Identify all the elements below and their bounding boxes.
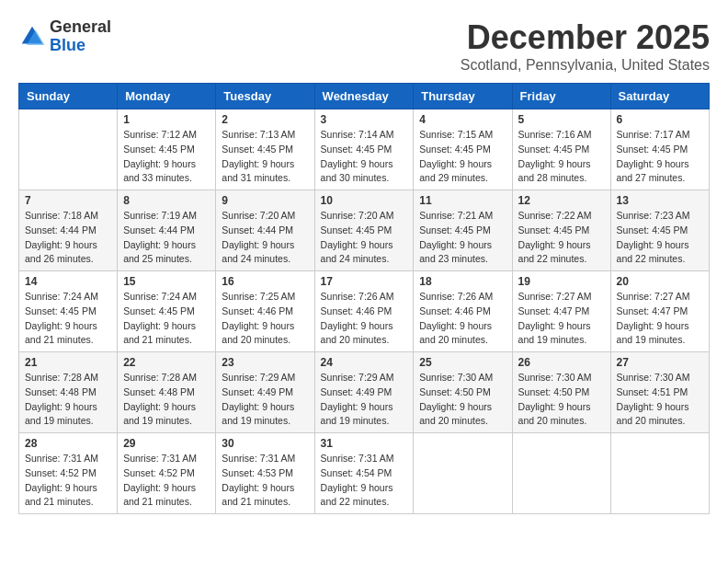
day-info: Sunrise: 7:22 AMSunset: 4:45 PMDaylight:… <box>518 209 605 267</box>
sunrise-text: Sunrise: 7:21 AM <box>419 209 506 224</box>
day-number: 3 <box>321 113 408 126</box>
calendar-week-row: 28Sunrise: 7:31 AMSunset: 4:52 PMDayligh… <box>19 433 710 514</box>
calendar-table: SundayMondayTuesdayWednesdayThursdayFrid… <box>18 83 710 514</box>
day-info: Sunrise: 7:12 AMSunset: 4:45 PMDaylight:… <box>123 128 210 186</box>
day-number: 23 <box>222 356 308 369</box>
daylight-text: Daylight: 9 hours and 19 minutes. <box>518 319 605 349</box>
calendar-day-cell: 5Sunrise: 7:16 AMSunset: 4:45 PMDaylight… <box>512 109 610 190</box>
daylight-text: Daylight: 9 hours and 31 minutes. <box>222 157 308 187</box>
day-info: Sunrise: 7:29 AMSunset: 4:49 PMDaylight:… <box>321 371 408 429</box>
day-number: 15 <box>123 275 210 288</box>
sunset-text: Sunset: 4:50 PM <box>419 385 506 400</box>
day-info: Sunrise: 7:15 AMSunset: 4:45 PMDaylight:… <box>419 128 506 186</box>
sunset-text: Sunset: 4:52 PM <box>25 466 111 481</box>
daylight-text: Daylight: 9 hours and 20 minutes. <box>419 319 506 349</box>
calendar-day-cell: 20Sunrise: 7:27 AMSunset: 4:47 PMDayligh… <box>610 271 709 352</box>
day-number: 10 <box>321 194 408 207</box>
calendar-day-cell <box>610 433 709 514</box>
daylight-text: Daylight: 9 hours and 19 minutes. <box>222 400 308 430</box>
calendar-weekday-header: Friday <box>512 84 610 109</box>
daylight-text: Daylight: 9 hours and 30 minutes. <box>321 157 408 187</box>
day-number: 28 <box>25 437 111 450</box>
day-info: Sunrise: 7:30 AMSunset: 4:50 PMDaylight:… <box>419 371 506 429</box>
sunrise-text: Sunrise: 7:26 AM <box>419 290 506 304</box>
calendar-day-cell: 11Sunrise: 7:21 AMSunset: 4:45 PMDayligh… <box>414 190 512 271</box>
daylight-text: Daylight: 9 hours and 24 minutes. <box>321 238 408 268</box>
day-number: 26 <box>518 356 605 369</box>
daylight-text: Daylight: 9 hours and 20 minutes. <box>617 400 703 430</box>
calendar-day-cell: 27Sunrise: 7:30 AMSunset: 4:51 PMDayligh… <box>610 352 709 433</box>
day-info: Sunrise: 7:25 AMSunset: 4:46 PMDaylight:… <box>222 290 308 348</box>
calendar-weekday-header: Saturday <box>610 84 709 109</box>
sunset-text: Sunset: 4:45 PM <box>123 143 210 157</box>
day-number: 14 <box>25 275 111 288</box>
sunrise-text: Sunrise: 7:20 AM <box>321 209 408 224</box>
day-info: Sunrise: 7:27 AMSunset: 4:47 PMDaylight:… <box>518 290 605 348</box>
sunrise-text: Sunrise: 7:30 AM <box>419 371 506 385</box>
calendar-day-cell: 9Sunrise: 7:20 AMSunset: 4:44 PMDaylight… <box>216 190 314 271</box>
sunrise-text: Sunrise: 7:19 AM <box>123 209 210 224</box>
daylight-text: Daylight: 9 hours and 19 minutes. <box>25 400 111 430</box>
day-number: 7 <box>25 194 111 207</box>
day-info: Sunrise: 7:31 AMSunset: 4:52 PMDaylight:… <box>25 452 111 510</box>
day-info: Sunrise: 7:28 AMSunset: 4:48 PMDaylight:… <box>25 371 111 429</box>
calendar-day-cell: 28Sunrise: 7:31 AMSunset: 4:52 PMDayligh… <box>19 433 118 514</box>
daylight-text: Daylight: 9 hours and 33 minutes. <box>123 157 210 187</box>
day-info: Sunrise: 7:19 AMSunset: 4:44 PMDaylight:… <box>123 209 210 267</box>
day-number: 30 <box>222 437 308 450</box>
day-info: Sunrise: 7:18 AMSunset: 4:44 PMDaylight:… <box>25 209 111 267</box>
day-number: 16 <box>222 275 308 288</box>
daylight-text: Daylight: 9 hours and 19 minutes. <box>123 400 210 430</box>
daylight-text: Daylight: 9 hours and 28 minutes. <box>518 157 605 187</box>
sunrise-text: Sunrise: 7:28 AM <box>123 371 210 385</box>
daylight-text: Daylight: 9 hours and 20 minutes. <box>222 319 308 349</box>
daylight-text: Daylight: 9 hours and 23 minutes. <box>419 238 506 268</box>
calendar-day-cell: 8Sunrise: 7:19 AMSunset: 4:44 PMDaylight… <box>118 190 216 271</box>
calendar-day-cell: 23Sunrise: 7:29 AMSunset: 4:49 PMDayligh… <box>216 352 314 433</box>
day-number: 22 <box>123 356 210 369</box>
day-number: 17 <box>321 275 408 288</box>
sunset-text: Sunset: 4:52 PM <box>123 466 210 481</box>
sunrise-text: Sunrise: 7:28 AM <box>25 371 111 385</box>
day-info: Sunrise: 7:20 AMSunset: 4:45 PMDaylight:… <box>321 209 408 267</box>
sunset-text: Sunset: 4:46 PM <box>321 304 408 319</box>
daylight-text: Daylight: 9 hours and 21 minutes. <box>25 481 111 511</box>
sunset-text: Sunset: 4:44 PM <box>123 224 210 238</box>
sunrise-text: Sunrise: 7:24 AM <box>25 290 111 304</box>
day-info: Sunrise: 7:30 AMSunset: 4:51 PMDaylight:… <box>617 371 703 429</box>
daylight-text: Daylight: 9 hours and 22 minutes. <box>321 481 408 511</box>
calendar-day-cell: 14Sunrise: 7:24 AMSunset: 4:45 PMDayligh… <box>19 271 118 352</box>
daylight-text: Daylight: 9 hours and 20 minutes. <box>321 319 408 349</box>
calendar-day-cell: 7Sunrise: 7:18 AMSunset: 4:44 PMDaylight… <box>19 190 118 271</box>
sunset-text: Sunset: 4:49 PM <box>222 385 308 400</box>
day-info: Sunrise: 7:26 AMSunset: 4:46 PMDaylight:… <box>419 290 506 348</box>
sunset-text: Sunset: 4:45 PM <box>222 143 308 157</box>
daylight-text: Daylight: 9 hours and 27 minutes. <box>617 157 703 187</box>
sunset-text: Sunset: 4:45 PM <box>25 304 111 319</box>
sunrise-text: Sunrise: 7:30 AM <box>518 371 605 385</box>
location-title: Scotland, Pennsylvania, United States <box>461 57 710 74</box>
day-info: Sunrise: 7:27 AMSunset: 4:47 PMDaylight:… <box>617 290 703 348</box>
day-number: 5 <box>518 113 605 126</box>
daylight-text: Daylight: 9 hours and 25 minutes. <box>123 238 210 268</box>
calendar-weekday-header: Wednesday <box>314 84 414 109</box>
sunrise-text: Sunrise: 7:24 AM <box>123 290 210 304</box>
sunrise-text: Sunrise: 7:16 AM <box>518 128 605 143</box>
day-number: 4 <box>419 113 506 126</box>
sunset-text: Sunset: 4:48 PM <box>25 385 111 400</box>
sunset-text: Sunset: 4:45 PM <box>518 143 605 157</box>
calendar-day-cell: 4Sunrise: 7:15 AMSunset: 4:45 PMDaylight… <box>414 109 512 190</box>
page-header: General Blue December 2025 Scotland, Pen… <box>18 18 710 74</box>
calendar-day-cell: 12Sunrise: 7:22 AMSunset: 4:45 PMDayligh… <box>512 190 610 271</box>
calendar-day-cell: 24Sunrise: 7:29 AMSunset: 4:49 PMDayligh… <box>314 352 414 433</box>
day-number: 11 <box>419 194 506 207</box>
day-number: 9 <box>222 194 308 207</box>
sunset-text: Sunset: 4:45 PM <box>321 224 408 238</box>
calendar-day-cell: 10Sunrise: 7:20 AMSunset: 4:45 PMDayligh… <box>314 190 414 271</box>
sunset-text: Sunset: 4:47 PM <box>617 304 703 319</box>
day-info: Sunrise: 7:31 AMSunset: 4:52 PMDaylight:… <box>123 452 210 510</box>
sunrise-text: Sunrise: 7:23 AM <box>617 209 703 224</box>
day-info: Sunrise: 7:21 AMSunset: 4:45 PMDaylight:… <box>419 209 506 267</box>
calendar-weekday-header: Tuesday <box>216 84 314 109</box>
day-info: Sunrise: 7:23 AMSunset: 4:45 PMDaylight:… <box>617 209 703 267</box>
